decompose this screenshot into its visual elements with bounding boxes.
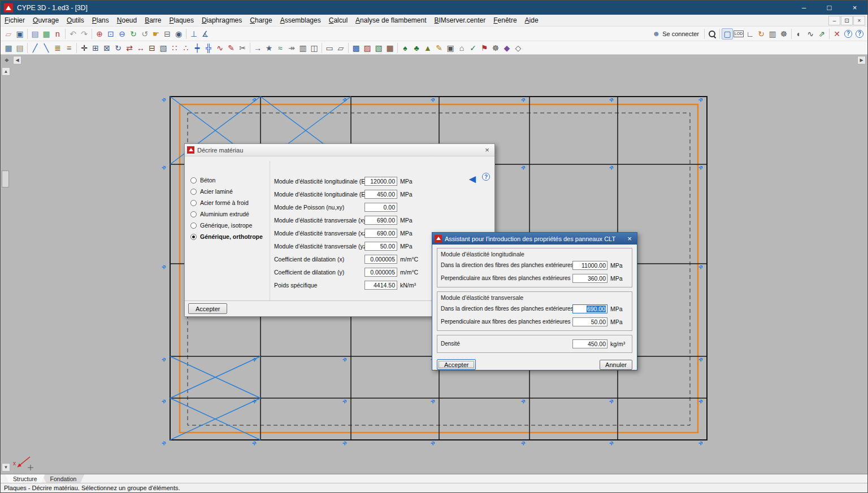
material-option-acier-forme-a-froid[interactable]: Acier formé à froid <box>190 197 263 208</box>
scroll-down-button[interactable]: ▼ <box>2 463 10 472</box>
angle-icon[interactable]: ∡ <box>199 28 211 40</box>
window-select-icon[interactable]: ⊞ <box>90 42 101 54</box>
panel-assign-icon[interactable]: ▦ <box>384 42 396 54</box>
radio-icon[interactable] <box>190 200 197 206</box>
lod-icon[interactable]: LOD <box>733 28 744 40</box>
menu-item-plaques[interactable]: Plaques <box>166 15 198 25</box>
mdi-close-button[interactable]: × <box>853 16 865 25</box>
drawing-canvas[interactable]: »»»»»»»»»»»»»»»»»»»»»»»»»»»»»»»»»»»»»»»»… <box>1 55 867 474</box>
paint-properties-icon[interactable]: ✎ <box>433 42 445 54</box>
menu-item-bimserver-center[interactable]: BIMserver.center <box>431 15 490 25</box>
back-arrow-button[interactable]: ◀ <box>467 174 478 184</box>
mdi-minimize-button[interactable]: – <box>828 16 840 25</box>
menu-item-diaphragmes[interactable]: Diaphragmes <box>198 15 246 25</box>
coefficient-de-dilatation-y-input[interactable]: 0.000005 <box>364 268 397 277</box>
module-d-elasticite-transversale-xy-input[interactable]: 690.00 <box>364 216 397 225</box>
menu-item-fichier[interactable]: Fichier <box>1 15 29 25</box>
help-context-icon[interactable]: ? <box>843 28 854 40</box>
capture-icon[interactable]: ◉ <box>173 28 184 40</box>
flag-errors-icon[interactable]: ⚑ <box>479 42 490 54</box>
generate-structure-icon[interactable]: ♠ <box>400 42 411 54</box>
menu-item-charge[interactable]: Charge <box>246 15 276 25</box>
minimize-button[interactable]: – <box>791 1 817 15</box>
frame-columns-icon[interactable]: ▥ <box>297 42 309 54</box>
new-bar-icon[interactable]: ╱ <box>29 42 41 54</box>
tab-structure[interactable]: Structure <box>5 474 45 483</box>
maximize-button[interactable]: □ <box>817 1 842 15</box>
render-icon[interactable]: ◐ <box>793 28 805 40</box>
radio-icon[interactable] <box>190 177 197 184</box>
delete-icon[interactable]: ⊟ <box>146 42 158 54</box>
cut-icon[interactable]: ✂ <box>237 42 248 54</box>
wind-load-icon[interactable]: ≈ <box>275 42 286 54</box>
module-d-elasticite-longitudinale-ey-input[interactable]: 450.00 <box>364 190 397 199</box>
material-dialog-titlebar[interactable]: Décrire matériau × <box>185 144 494 156</box>
measure-icon[interactable]: ⊥ <box>188 28 199 40</box>
coefficient-de-dilatation-x-input[interactable]: 0.000005 <box>364 255 397 264</box>
config-icon[interactable]: ☸ <box>490 42 501 54</box>
radio-icon[interactable] <box>190 222 197 229</box>
zoom-full-icon[interactable]: ⊕ <box>94 28 105 40</box>
search-icon[interactable] <box>706 28 718 40</box>
radio-icon[interactable] <box>190 234 197 240</box>
clt-dialog-close-icon[interactable]: × <box>624 234 635 243</box>
groups-icon[interactable]: ◆ <box>501 42 513 54</box>
material-option-generique-isotrope[interactable]: Générique, isotrope <box>190 220 263 231</box>
redraw-icon[interactable]: ↻ <box>128 28 139 40</box>
project-data-icon[interactable]: ▦ <box>3 42 14 54</box>
clt-accept-button[interactable]: Accepter <box>437 359 476 370</box>
walkthrough-icon[interactable]: ∿ <box>805 28 816 40</box>
material-dialog-close-icon[interactable]: × <box>482 146 492 154</box>
help-icon[interactable]: ? <box>854 28 865 40</box>
scroll-up-button[interactable]: ▲ <box>2 67 10 76</box>
scroll-right-button[interactable]: ▶ <box>857 56 866 64</box>
poids-specifique-input[interactable]: 4414.50 <box>364 281 397 290</box>
edit-icon[interactable]: ✎ <box>225 42 237 54</box>
clt-dialog-titlebar[interactable]: Assistant pour l'introduction des propri… <box>432 233 637 245</box>
bar-groups-icon[interactable]: ≡ <box>63 42 75 54</box>
export-image-icon[interactable]: ▦ <box>41 28 52 40</box>
material-option-generique-orthotrope[interactable]: Générique, orthotrope <box>190 231 263 242</box>
titlebar[interactable]: CYPE 3D - 1.ed3 - [3D] – □ × <box>1 1 867 15</box>
machines-icon[interactable]: ✕ <box>831 28 843 40</box>
menu-item-noeud[interactable]: Noeud <box>113 15 141 25</box>
export-view-icon[interactable]: ⇗ <box>816 28 827 40</box>
menu-item-calcul[interactable]: Calcul <box>325 15 351 25</box>
pointer-tool-icon[interactable]: ⌖ <box>2 56 11 65</box>
menu-item-aide[interactable]: Aide <box>521 15 542 25</box>
clt-value-input-selected[interactable]: 690.00 <box>572 304 607 313</box>
node-grid-icon[interactable]: ╬ <box>203 42 214 54</box>
align-icon[interactable]: → <box>252 42 263 54</box>
move-icon[interactable]: ✛ <box>79 42 90 54</box>
tools-icon[interactable]: ☸ <box>778 28 789 40</box>
mirror-icon[interactable]: ⇄ <box>124 42 135 54</box>
menu-item-outils[interactable]: Outils <box>63 15 88 25</box>
reference-star-icon[interactable]: ★ <box>263 42 275 54</box>
pan-icon[interactable]: ☛ <box>150 28 162 40</box>
tab-fondation[interactable]: Fondation <box>42 474 85 483</box>
material-option-beton[interactable]: Béton <box>190 174 263 186</box>
module-d-elasticite-transversale-yz-input[interactable]: 50.00 <box>364 242 397 251</box>
clt-cancel-button[interactable]: Annuler <box>600 360 632 370</box>
undo-icon[interactable]: ↶ <box>67 28 79 40</box>
sketch-line-icon[interactable]: ∿ <box>214 42 225 54</box>
clt-value-input[interactable]: 360.00 <box>572 274 607 283</box>
orbit-icon[interactable]: ↻ <box>756 28 767 40</box>
stretch-icon[interactable]: ↔ <box>135 42 146 54</box>
divide-icon[interactable]: ▧ <box>158 42 169 54</box>
help-icon[interactable]: ? <box>482 173 490 181</box>
open-project-icon[interactable]: ▱ <box>3 28 14 40</box>
redo-icon[interactable]: ↷ <box>79 28 90 40</box>
radio-icon[interactable] <box>190 189 197 195</box>
select-poly-icon[interactable]: ▱ <box>335 42 346 54</box>
zoom-window-icon[interactable]: ⊡ <box>105 28 116 40</box>
new-node-icon[interactable]: ╲ <box>41 42 52 54</box>
panel-edit-icon[interactable]: ▨ <box>362 42 373 54</box>
views-home-icon[interactable]: ⌂ <box>456 42 467 54</box>
check-icon[interactable]: ✓ <box>467 42 479 54</box>
cype-news-icon[interactable]: n <box>52 28 63 40</box>
copy-icon[interactable]: ⊠ <box>101 42 112 54</box>
panel-holes-icon[interactable]: ▧ <box>373 42 384 54</box>
terrain-icon[interactable]: ▲ <box>422 42 433 54</box>
print-icon[interactable]: ⊟ <box>162 28 173 40</box>
